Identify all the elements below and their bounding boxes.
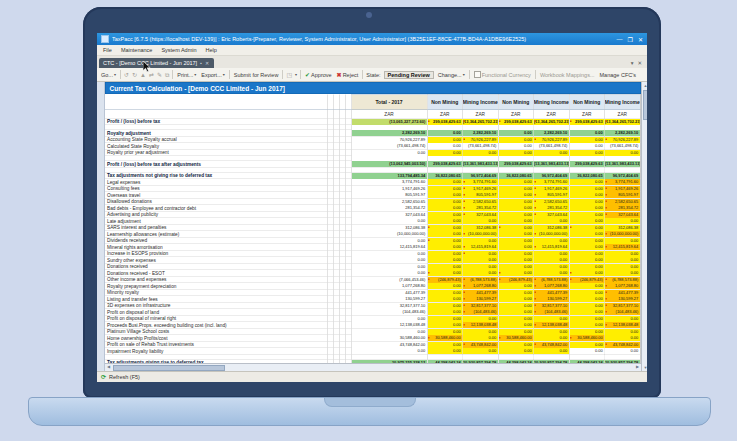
tab-bar: CTC - [Demo CCC Limited - Jun 2017] ▪ ✕ … [97,56,647,68]
column-header[interactable]: Total - 2017 [351,94,427,110]
window-title: TaxPacc [6.7.5 (https://localhost DEV-13… [112,36,613,42]
redo-icon[interactable]: ↻ [132,72,137,78]
column-header[interactable]: Non Mining [569,94,605,110]
print-button[interactable]: Print...▾ [176,72,197,78]
chevron-down-icon[interactable]: ▾ [295,72,297,77]
sheet-head: Total - 2017Non MiningMining Income Mine… [105,94,640,118]
sheet-body: Profit / (loss) before tax(13,065,227,27… [105,118,640,363]
content-area: Current Tax Calculation - [Demo CCC Limi… [97,82,647,371]
state-badge: Pending Review [384,71,434,79]
close-icon[interactable]: ✕ [638,36,643,43]
currency-label-cell [105,110,327,119]
state-label: State: [366,72,380,78]
toolbar-separator [535,70,536,79]
tax-calculation-table: Total - 2017Non MiningMining Income Mine… [105,94,640,363]
menu-file[interactable]: File [103,47,112,53]
laptop-screen: TaxPacc [6.7.5 (https://localhost DEV-13… [97,33,647,382]
window-titlebar: TaxPacc [6.7.5 (https://localhost DEV-13… [97,33,647,45]
currency-cell: ZAR [351,110,427,119]
laptop-notch [324,398,416,407]
x-icon: ✖ [337,71,342,78]
refresh-label[interactable]: Refresh (F5) [109,374,140,380]
currency-cell: ZAR [498,110,534,119]
approve-button[interactable]: ✔Approve [304,71,333,78]
workflow-icon[interactable]: ◳ [286,72,292,78]
toolbar-separator [362,70,363,79]
column-header[interactable]: Mining Income Mine 1 [534,94,570,110]
column-header[interactable]: Mining Income Mine 1 [463,94,499,110]
spreadsheet: Current Tax Calculation - [Demo CCC Limi… [105,82,641,363]
checkbox-icon [474,71,481,78]
upload-icon[interactable]: ▲ [140,72,146,78]
currency-cell: ZAR [605,110,641,119]
menu-system-admin[interactable]: System Admin [161,47,196,53]
mouse-cursor [143,61,151,72]
copy-icon[interactable]: ⧉ [165,72,169,78]
page: { "window": { "title": "TaxPacc [6.7.5 (… [0,0,737,441]
vertical-scroll-thumb[interactable] [643,90,647,120]
menu-help[interactable]: Help [206,47,217,53]
status-bar: ⟳ Refresh (F5) [97,371,647,382]
scroll-up-icon[interactable]: ▲ [642,82,647,89]
chevron-down-icon: ▾ [463,72,465,77]
functional-currency-checkbox[interactable]: Functional Currency [473,71,532,78]
manage-cfcs-button[interactable]: Manage CFC's [599,72,638,78]
menu-bar: File Maintenance System Admin Help [97,45,647,56]
toolbar-separator [229,70,230,79]
currency-cell: ZAR [534,110,570,119]
toolbar-separator [172,70,173,79]
undo-icon[interactable]: ↺ [124,72,129,78]
scroll-right-icon[interactable]: ▶ [634,364,641,370]
currency-cell: ZAR [427,110,463,119]
toolbar-separator [120,70,121,79]
laptop-base [28,397,711,426]
column-header[interactable]: Non Mining [427,94,463,110]
scroll-left-icon[interactable]: ◀ [105,364,112,370]
sheet-title: Current Tax Calculation - [Demo CCC Limi… [105,82,641,94]
workbook-mappings-button[interactable]: Workbook Mappings... [539,72,596,78]
toolbar-separator [282,70,283,79]
check-icon: ✔ [305,71,310,78]
tab-close-icon[interactable]: ✕ [205,60,209,66]
scroll-down-icon[interactable]: ▼ [642,364,647,371]
horizontal-scrollbar[interactable]: ◀ ▶ [105,363,641,371]
vertical-scrollbar[interactable]: ▲ ▼ [641,82,647,371]
menu-maintenance[interactable]: Maintenance [121,47,153,53]
chevron-down-icon: ▾ [194,72,196,77]
export-button[interactable]: Export...▾ [200,72,226,78]
change-button[interactable]: Change...▾ [437,72,466,78]
tab-ctc-demo-ccc[interactable]: CTC - [Demo CCC Limited - Jun 2017] ▪ ✕ [99,58,214,68]
laptop-camera [366,12,372,18]
refresh-icon[interactable]: ⟳ [101,374,106,380]
maximize-icon[interactable]: ❐ [628,36,633,43]
edit-icon[interactable]: ✎ [157,72,162,78]
app-icon [101,35,109,43]
reject-button[interactable]: ✖Reject [336,71,360,78]
horizontal-scroll-thumb[interactable] [113,365,225,371]
left-gutter [97,82,105,371]
pin-icon[interactable]: ▪ [200,60,202,66]
column-header[interactable]: Non Mining [498,94,534,110]
tab-list-icon[interactable]: ▾ [631,60,634,66]
toolbar-separator [469,70,470,79]
toolbar-separator [300,70,301,79]
toolbar: Go...▾ ↺ ↻ ▲ ⇄ ✎ ⧉ Print...▾ Export...▾ … [97,68,647,82]
currency-cell: ZAR [569,110,605,119]
minimize-icon[interactable]: — [617,36,623,43]
column-header[interactable]: Mining Income Mine 1 [605,94,641,110]
attach-icon[interactable]: ⇄ [149,72,154,78]
go-button[interactable]: Go...▾ [100,72,117,78]
currency-cell: ZAR [463,110,499,119]
row-label-header [105,94,327,110]
chevron-down-icon: ▾ [114,72,116,77]
chevron-down-icon: ▾ [223,72,225,77]
submit-for-review-button[interactable]: Submit for Review [233,72,280,78]
tabbar-close-icon[interactable]: ✕ [637,60,642,66]
